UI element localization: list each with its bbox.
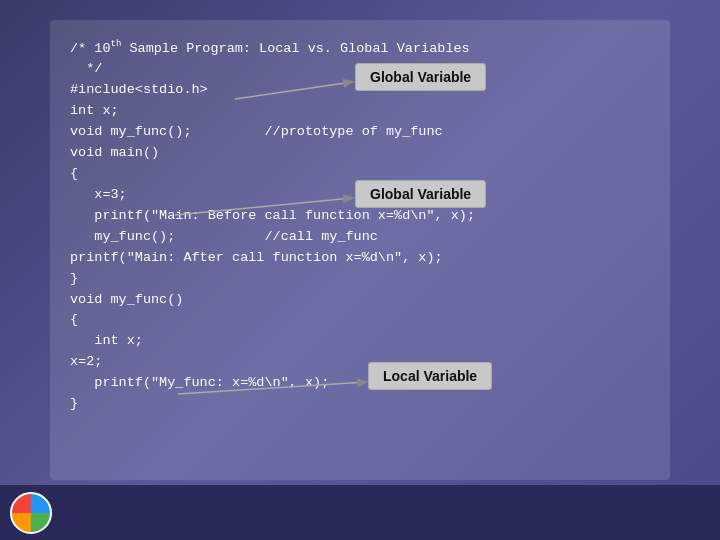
code-line: } [70,394,650,415]
slide: /* 10th Sample Program: Local vs. Global… [0,0,720,540]
code-line: { [70,310,650,331]
code-line: void main() [70,143,650,164]
local-variable-annotation: Local Variable [368,362,492,390]
global-variable-annotation-2: Global Variable [355,180,486,208]
code-line: void my_func(); //prototype global1of my… [70,122,650,143]
code-line: printf("Main: Before call function x=%d\… [70,206,650,227]
bottom-bar [0,485,720,540]
code-line: printf("My_func: x=%d\n", x); [70,373,650,394]
logo-icon [10,492,52,534]
code-line: int x; [70,101,650,122]
code-line: void my_func() [70,290,650,311]
code-line: int x; [70,331,650,352]
code-line: } [70,269,650,290]
code-line: printf("Main: After call function x=%d\n… [70,248,650,269]
code-line: x=2; [70,352,650,373]
code-line: my_func(); //call my_func [70,227,650,248]
code-line: /* 10th Sample Program: Local vs. Global… [70,38,650,59]
global-variable-annotation-1: Global Variable [355,63,486,91]
